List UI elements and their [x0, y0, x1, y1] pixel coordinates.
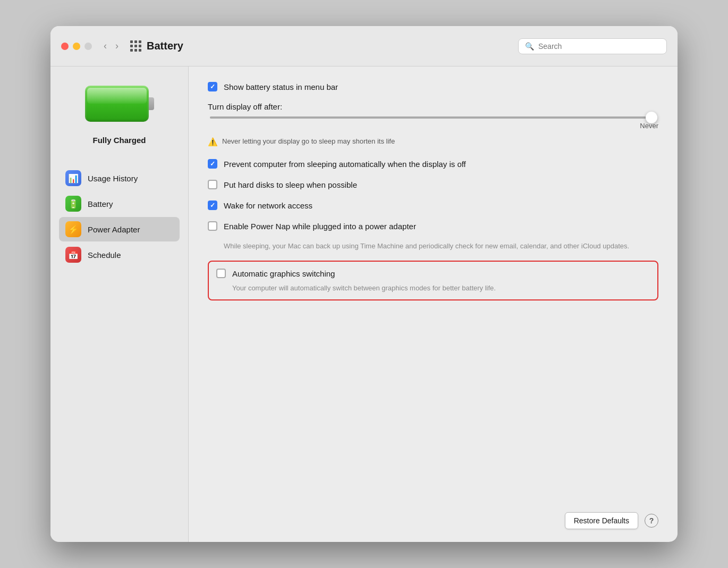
maximize-button[interactable]: [84, 43, 92, 50]
sidebar-item-label: Power Adapter: [88, 225, 140, 234]
prevent-sleep-row: Prevent computer from sleeping automatic…: [208, 158, 658, 170]
minimize-button[interactable]: [73, 43, 80, 50]
warning-text: Never letting your display go to sleep m…: [222, 137, 395, 145]
warning-icon: ⚠️: [208, 137, 218, 147]
content-area: Fully Charged 📊 Usage History 🔋 Battery …: [50, 66, 678, 542]
traffic-lights: [61, 43, 92, 50]
power-nap-checkbox[interactable]: [208, 221, 217, 231]
auto-graphics-label: Automatic graphics switching: [232, 268, 335, 279]
power-adapter-icon: ⚡: [65, 221, 81, 237]
footer: Restore Defaults ?: [565, 512, 658, 529]
search-icon: 🔍: [525, 42, 534, 51]
main-window: ‹ › Battery 🔍 Fully Charged: [50, 26, 678, 542]
back-button[interactable]: ‹: [100, 38, 110, 54]
power-nap-label: Enable Power Nap while plugged into a po…: [224, 221, 416, 232]
close-button[interactable]: [61, 43, 69, 50]
power-nap-description: While sleeping, your Mac can back up usi…: [208, 241, 658, 251]
sidebar-item-schedule[interactable]: 📅 Schedule: [59, 243, 180, 267]
auto-graphics-section: Automatic graphics switching Your comput…: [208, 261, 658, 300]
sidebar-item-power-adapter[interactable]: ⚡ Power Adapter: [59, 217, 180, 241]
display-sleep-slider-thumb[interactable]: [646, 112, 657, 123]
show-battery-row: Show battery status in menu bar: [208, 81, 658, 93]
slider-labels: Never: [208, 122, 658, 130]
sidebar-item-label: Battery: [88, 199, 113, 208]
display-sleep-slider-container: [208, 116, 658, 119]
turn-display-off-label: Turn display off after:: [208, 102, 658, 111]
restore-defaults-button[interactable]: Restore Defaults: [565, 512, 638, 529]
display-warning-row: ⚠️ Never letting your display go to slee…: [208, 137, 658, 147]
sidebar-nav: 📊 Usage History 🔋 Battery ⚡ Power Adapte…: [59, 166, 180, 267]
prevent-sleep-checkbox[interactable]: [208, 159, 217, 169]
sidebar-item-label: Schedule: [88, 250, 121, 260]
sidebar-item-battery[interactable]: 🔋 Battery: [59, 191, 180, 216]
titlebar: ‹ › Battery 🔍: [50, 26, 678, 66]
grid-icon: [130, 40, 141, 52]
show-battery-checkbox[interactable]: [208, 82, 217, 91]
schedule-icon: 📅: [65, 247, 81, 263]
wake-network-checkbox[interactable]: [208, 201, 217, 210]
battery-icon-sidebar: 🔋: [65, 196, 81, 212]
display-sleep-slider-track: [210, 116, 656, 119]
hard-disks-checkbox[interactable]: [208, 180, 217, 189]
nav-buttons: ‹ ›: [100, 38, 122, 54]
battery-icon: [85, 82, 154, 125]
sidebar: Fully Charged 📊 Usage History 🔋 Battery …: [50, 66, 189, 542]
search-box[interactable]: 🔍: [518, 38, 667, 54]
search-input[interactable]: [538, 42, 660, 51]
auto-graphics-row: Automatic graphics switching: [216, 268, 650, 279]
forward-button[interactable]: ›: [112, 38, 122, 54]
sidebar-item-usage-history[interactable]: 📊 Usage History: [59, 166, 180, 190]
sidebar-item-label: Usage History: [88, 174, 138, 183]
window-title: Battery: [147, 40, 518, 52]
show-battery-label: Show battery status in menu bar: [224, 81, 338, 93]
usage-history-icon: 📊: [65, 170, 81, 186]
help-button[interactable]: ?: [645, 514, 658, 528]
battery-status: Fully Charged: [92, 136, 146, 145]
wake-network-label: Wake for network access: [224, 200, 312, 211]
main-panel: Show battery status in menu bar Turn dis…: [189, 66, 678, 542]
prevent-sleep-label: Prevent computer from sleeping automatic…: [224, 158, 466, 170]
hard-disks-label: Put hard disks to sleep when possible: [224, 179, 357, 190]
wake-network-row: Wake for network access: [208, 200, 658, 211]
auto-graphics-checkbox[interactable]: [216, 269, 226, 278]
power-nap-row: Enable Power Nap while plugged into a po…: [208, 221, 658, 232]
auto-graphics-description: Your computer will automatically switch …: [216, 283, 650, 293]
hard-disks-row: Put hard disks to sleep when possible: [208, 179, 658, 190]
